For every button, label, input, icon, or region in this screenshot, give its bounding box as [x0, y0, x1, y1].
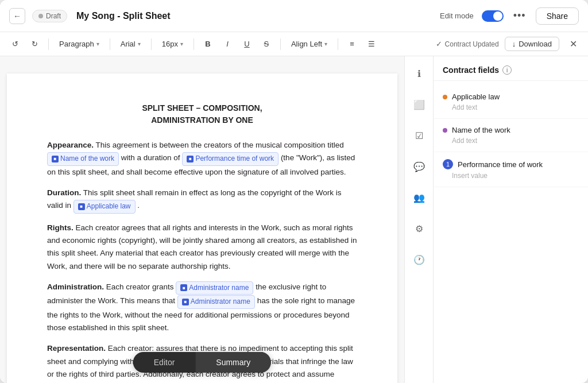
settings-icon[interactable]: ⚙ — [410, 219, 428, 238]
align-dropdown[interactable]: Align Left ▾ — [287, 38, 332, 50]
name-of-work-tag-label: Name of the work — [60, 153, 114, 165]
size-chevron-icon: ▾ — [180, 41, 183, 47]
back-button[interactable]: ← — [9, 8, 25, 24]
bold-button[interactable]: B — [200, 36, 216, 52]
panel-header: Contract fields i — [434, 56, 588, 81]
admin-name-tag-1[interactable]: ■ Administrator name — [176, 281, 253, 295]
more-options-button[interactable]: ••• — [512, 8, 528, 24]
heading-line2: ADMINISTRATION BY ONE — [47, 114, 357, 126]
appearance-text-middle: with a duration of — [121, 153, 183, 162]
paragraph-dropdown[interactable]: Paragraph ▾ — [55, 38, 104, 50]
panel-info-icon[interactable]: i — [502, 65, 512, 75]
editor-tab[interactable]: Editor — [133, 352, 196, 373]
strikethrough-button[interactable]: S — [258, 36, 274, 52]
header-left: ← Draft My Song - Split Sheet — [9, 8, 171, 24]
document-heading: SPLIT SHEET – COMPOSITION, ADMINISTRATIO… — [47, 102, 357, 126]
download-icon: ↓ — [512, 40, 516, 48]
admin-name-icon-2: ■ — [182, 299, 189, 305]
header-right: Edit mode ••• Share — [440, 7, 579, 25]
image-icon[interactable]: ⬜ — [410, 95, 428, 114]
toolbar-separator-4 — [194, 38, 194, 50]
contract-fields-panel: Contract fields i Applicable law Add tex… — [433, 56, 588, 383]
performance-field-icon: ■ — [187, 156, 194, 163]
appearance-paragraph: Appearance. This agreement is between th… — [47, 139, 357, 179]
applicable-law-tag[interactable]: ■ Applicable law — [74, 200, 136, 214]
administration-label: Administration. — [47, 283, 104, 291]
draft-badge: Draft — [32, 10, 67, 22]
toolbar-separator-3 — [151, 38, 152, 50]
align-label: Align Left — [291, 40, 322, 48]
name-of-work-placeholder: Add text — [443, 137, 579, 145]
font-chevron-icon: ▾ — [138, 41, 141, 47]
status-badge: ✓ Contract Updated — [436, 40, 499, 48]
download-button[interactable]: ↓ Download — [505, 37, 559, 51]
draft-dot-icon — [38, 14, 43, 18]
toolbar-right: ✓ Contract Updated ↓ Download ✕ — [436, 36, 581, 52]
performance-time-field-header: 1 Performance time of work — [443, 159, 579, 169]
italic-button[interactable]: I — [219, 36, 235, 52]
applicable-law-tag-label: Applicable law — [87, 201, 131, 212]
formatting-toolbar: ↺ ↻ Paragraph ▾ Arial ▾ 16px ▾ B I U S A… — [0, 32, 588, 56]
list2-button[interactable]: ☰ — [363, 36, 380, 52]
duration-text-after: . — [137, 201, 140, 210]
appearance-label: Appearance. — [47, 141, 94, 149]
admin-name-icon-1: ■ — [180, 284, 187, 291]
summary-tab-label: Summary — [216, 358, 250, 367]
comment-icon[interactable]: 💬 — [410, 157, 428, 176]
rights-label: Rights. — [47, 223, 74, 232]
toolbar-separator-1 — [48, 38, 49, 50]
performance-time-placeholder: Insert value — [443, 172, 579, 180]
bottom-tab-bar: Editor Summary — [133, 352, 271, 373]
performance-time-field-name: Performance time of work — [458, 160, 543, 169]
appearance-text-before: This agreement is between the creators o… — [96, 141, 344, 149]
paragraph-label: Paragraph — [59, 40, 94, 48]
align-chevron-icon: ▾ — [324, 41, 327, 47]
checklist-icon[interactable]: ☑ — [410, 126, 428, 145]
fields-list: Applicable law Add text Name of the work… — [434, 81, 588, 383]
history-icon[interactable]: 🕐 — [410, 250, 428, 269]
font-label: Arial — [121, 40, 136, 48]
font-dropdown[interactable]: Arial ▾ — [116, 38, 145, 50]
name-of-work-color-dot — [443, 128, 447, 133]
performance-time-field[interactable]: 1 Performance time of work Insert value — [434, 152, 588, 187]
close-panel-button[interactable]: ✕ — [565, 36, 581, 52]
info-icon[interactable]: ℹ — [410, 64, 428, 83]
applicable-law-color-dot — [443, 95, 447, 99]
toolbar-separator-6 — [338, 38, 338, 50]
performance-time-tag[interactable]: ■ Performance time of work — [182, 152, 278, 166]
edit-mode-label: Edit mode — [440, 11, 474, 20]
name-of-work-field-name: Name of the work — [452, 126, 510, 134]
summary-tab[interactable]: Summary — [195, 352, 271, 373]
applicable-law-field[interactable]: Applicable law Add text — [434, 86, 588, 119]
name-of-work-field-header: Name of the work — [443, 126, 579, 134]
applicable-law-field-name: Applicable law — [452, 92, 500, 101]
underline-button[interactable]: U — [239, 36, 255, 52]
admin-text-before: Each creator grants — [106, 283, 176, 291]
download-label: Download — [519, 40, 552, 48]
applicable-law-placeholder: Add text — [443, 103, 579, 111]
name-of-work-field[interactable]: Name of the work Add text — [434, 119, 588, 152]
users-icon[interactable]: 👥 — [410, 188, 428, 207]
document-page: SPLIT SHEET – COMPOSITION, ADMINISTRATIO… — [7, 73, 397, 383]
rights-text: Each creator agrees that all rights and … — [47, 223, 357, 270]
main-content: SPLIT SHEET – COMPOSITION, ADMINISTRATIO… — [0, 56, 588, 383]
representation-label: Representation. — [47, 344, 106, 353]
list-button[interactable]: ≡ — [344, 36, 360, 52]
name-of-work-tag[interactable]: ■ Name of the work — [47, 152, 119, 166]
duration-label: Duration. — [47, 188, 81, 197]
redo-button[interactable]: ↻ — [26, 36, 42, 52]
panel-title: Contract fields — [443, 65, 499, 75]
edit-mode-toggle[interactable] — [482, 10, 504, 22]
status-label: Contract Updated — [445, 40, 499, 48]
size-dropdown[interactable]: 16px ▾ — [157, 38, 188, 50]
draft-label: Draft — [46, 12, 61, 20]
undo-button[interactable]: ↺ — [7, 36, 23, 52]
editor-tab-label: Editor — [154, 358, 175, 367]
share-button[interactable]: Share — [536, 7, 579, 25]
toolbar-separator-2 — [110, 38, 110, 50]
admin-name-tag-label-2: Administrator name — [191, 296, 250, 308]
app-header: ← Draft My Song - Split Sheet Edit mode … — [0, 0, 588, 32]
admin-name-tag-2[interactable]: ■ Administrator name — [177, 295, 255, 309]
document-title: My Song - Split Sheet — [76, 11, 171, 21]
size-label: 16px — [162, 40, 178, 48]
